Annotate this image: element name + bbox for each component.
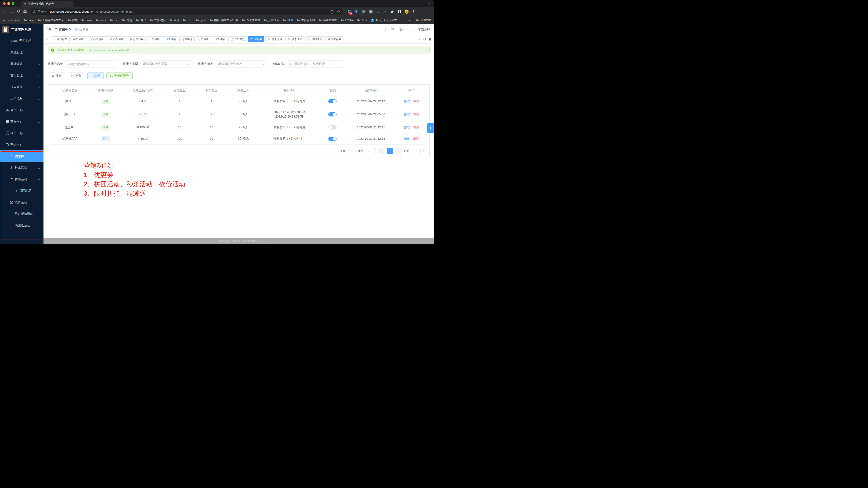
search-button[interactable]: 搜索	[48, 72, 65, 79]
sidebar-item-full-reduction[interactable]: 满减送活动	[0, 220, 43, 231]
maximize-window-button[interactable]	[12, 2, 14, 5]
sidebar-item-order-center[interactable]: e 订单中心	[0, 127, 43, 139]
tag-order-detail[interactable]: 订单详情	[196, 36, 211, 42]
forward-button[interactable]: →	[9, 9, 15, 14]
tag-order-list[interactable]: 订单列表	[127, 36, 146, 42]
back-button[interactable]: ←	[2, 9, 9, 14]
sidebar-item-promotion-center[interactable]: 营销中心	[0, 139, 43, 150]
bookmark-folder[interactable]: DB	[110, 19, 118, 22]
start-date-placeholder[interactable]: 开始日期	[294, 62, 307, 66]
edit-link[interactable]: 修改	[404, 125, 410, 129]
extension-grid-icon[interactable]: 12	[347, 9, 351, 14]
tag-coupon-active[interactable]: 优惠券	[248, 36, 265, 42]
add-button[interactable]: + 新增	[87, 72, 104, 79]
sidebar-item-groupbuy-product[interactable]: 拼团商品	[0, 185, 43, 197]
tag-groupbuy-product[interactable]: 拼团商品	[306, 36, 324, 42]
tag-aftersale-refund[interactable]: 售后退款	[228, 36, 247, 42]
sidebar-item-system[interactable]: 系统管理	[0, 47, 43, 58]
status-toggle[interactable]	[328, 112, 337, 116]
other-bookmarks-folder[interactable]: 其他书签	[416, 19, 431, 22]
bookmark-folder[interactable]: 前端	[122, 19, 132, 22]
sidebar-item-infra[interactable]: 基础设施	[0, 58, 43, 70]
status-toggle[interactable]	[328, 99, 337, 104]
member-coupon-button[interactable]: 会员优惠券	[106, 72, 133, 79]
delete-link[interactable]: 删除	[413, 137, 419, 140]
browser-tab[interactable]: 芋道管理系统 - 优惠券 ×	[21, 1, 73, 7]
bookmark-folder[interactable]: 近期需要读的文章	[38, 19, 64, 22]
tag-seckill-time[interactable]: 秒杀时段	[266, 36, 284, 42]
extension-command-icon[interactable]: ⌘	[361, 9, 366, 14]
bookmark-folder[interactable]: Linux	[95, 19, 106, 22]
bookmark-folder[interactable]: 生活	[357, 19, 367, 22]
date-range-picker[interactable]: 开始日期 – 结束日期	[287, 60, 343, 67]
bookmark-link[interactable]: BJava开发 | 小组首...	[371, 19, 399, 22]
close-window-button[interactable]	[3, 2, 6, 5]
status-toggle[interactable]	[328, 125, 337, 130]
bookmark-folder[interactable]: 项目	[196, 19, 206, 22]
bookmark-folder[interactable]: 设计	[169, 19, 179, 22]
status-toggle[interactable]	[328, 137, 337, 141]
font-size-icon[interactable]: TT	[391, 28, 395, 31]
extension-star-icon[interactable]: ☆	[376, 9, 380, 14]
delete-link[interactable]: 删除	[413, 99, 419, 103]
sidebar-item-workflow[interactable]: 工作流程	[0, 93, 43, 104]
app-logo-row[interactable]: 芋道管理系统	[0, 24, 43, 35]
home-button[interactable]	[22, 9, 28, 14]
bookmark-folder[interactable]: Java	[81, 19, 92, 22]
alert-link[interactable]: https://doc.iocoder.cn/mall/build/	[89, 49, 129, 52]
bookmark-folder[interactable]: 博客未整理	[318, 19, 337, 22]
bookmark-folder[interactable]: 其他语言	[264, 19, 279, 22]
edit-link[interactable]: 修改	[404, 112, 410, 116]
bookmark-folder[interactable]: 资讯未整理	[242, 19, 260, 22]
tag-order-detail[interactable]: 订单详情	[212, 36, 227, 42]
share-icon[interactable]	[331, 10, 334, 13]
sidebar-item-groupbuy[interactable]: 拼团活动	[0, 173, 43, 185]
sidebar-item-bargain[interactable]: 砍价活动	[0, 197, 43, 208]
prev-page-button[interactable]: ‹	[378, 148, 384, 154]
coupon-type-select[interactable]: 请选择优惠券类型	[140, 60, 192, 67]
bookmark-folder[interactable]: 网站/博客/文章/工具	[210, 19, 238, 22]
extensions-puzzle-icon[interactable]	[390, 9, 395, 14]
sidebar-item-coupon[interactable]: 优惠券	[0, 150, 43, 162]
bookmark-folder[interactable]: IDE	[183, 19, 192, 22]
coupon-name-input[interactable]	[65, 60, 117, 67]
tag-order-detail[interactable]: 订单详情	[179, 36, 195, 42]
tab-search-chevron-icon[interactable]	[430, 1, 431, 5]
tags-scroll-right-icon[interactable]: »	[417, 37, 422, 41]
user-name[interactable]: 芋道源码	[418, 28, 430, 32]
tag-product-detail[interactable]: 商品详情	[107, 36, 126, 42]
tag-seckill-product[interactable]: 秒杀商品	[285, 36, 304, 42]
end-date-placeholder[interactable]: 结束日期	[313, 62, 325, 66]
fullscreen-icon[interactable]	[383, 28, 386, 31]
reload-button[interactable]	[15, 9, 22, 14]
profile-avatar[interactable]	[404, 9, 409, 14]
sidebar-item-cloud-docs[interactable]: Cloud 开发文档	[0, 35, 43, 47]
language-icon[interactable]: 文A	[399, 28, 404, 32]
extension-recorder-icon[interactable]	[369, 9, 373, 14]
current-page-button[interactable]: 1	[386, 148, 393, 154]
tag-member-coupon[interactable]: 会员优惠券	[326, 36, 343, 42]
extension-panel-icon[interactable]	[397, 9, 402, 14]
extension-double-chevron-icon[interactable]	[383, 9, 387, 14]
sidebar-item-pay[interactable]: 支付管理	[0, 70, 43, 81]
tag-product-list[interactable]: 商品列表	[87, 36, 106, 42]
security-warning-icon[interactable]	[33, 10, 36, 13]
tag-member-label[interactable]: 会员标签	[51, 36, 69, 42]
browser-menu-icon[interactable]	[413, 11, 414, 12]
security-label[interactable]: 不安全	[38, 10, 46, 14]
sidebar-item-seckill[interactable]: 秒杀活动	[0, 162, 43, 173]
bookmarks-overflow-chevron[interactable]: »	[409, 19, 410, 22]
bookmark-folder[interactable]: 文件服务器	[297, 19, 315, 22]
bookmark-folder[interactable]: 运营	[24, 19, 34, 22]
tag-order-detail[interactable]: 订单详情	[163, 36, 178, 42]
next-page-button[interactable]: ›	[395, 148, 402, 154]
tags-scroll-left-icon[interactable]: «	[45, 37, 50, 41]
sidebar-item-member-center[interactable]: 会员中心	[0, 104, 43, 116]
collapse-menu-icon[interactable]	[48, 28, 51, 31]
sidebar-item-report[interactable]: 报表管理	[0, 81, 43, 93]
breadcrumb-promotion[interactable]: 营销中心	[55, 28, 71, 32]
minimize-window-button[interactable]	[7, 2, 10, 5]
coupon-status-select[interactable]: 请选择优惠券状态	[215, 60, 267, 67]
sidebar-item-time-discount[interactable]: 限时折扣活动	[0, 208, 43, 220]
bell-icon[interactable]	[409, 28, 413, 31]
